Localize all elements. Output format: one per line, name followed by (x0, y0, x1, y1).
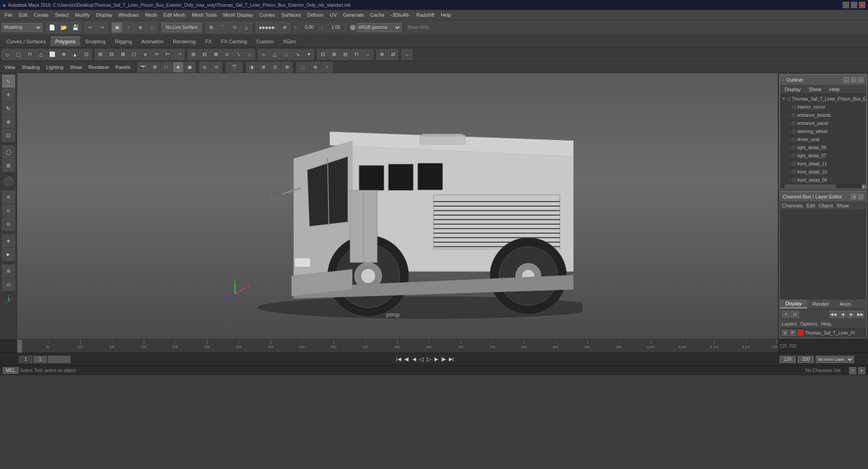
menu-uv[interactable]: UV (327, 11, 339, 18)
menu-curves[interactable]: Curves (257, 11, 278, 18)
transfer-attr-btn[interactable]: ⇄ (388, 49, 398, 60)
cb-menu-channels[interactable]: Channels (782, 203, 803, 208)
menu-cache[interactable]: Cache (367, 11, 387, 18)
torus-btn[interactable]: ⊕ (58, 49, 69, 60)
reduce-btn[interactable]: ↘ (292, 49, 303, 60)
snap-surface-btn[interactable]: △ (241, 22, 252, 33)
new-file-btn[interactable]: 📄 (46, 22, 57, 33)
menu-generate[interactable]: Generate (340, 11, 366, 18)
paint-select-btn[interactable]: ⊕ (135, 22, 146, 33)
close-btn[interactable]: × (859, 2, 865, 8)
frame-range-bar[interactable] (48, 356, 70, 363)
outliner-close-btn[interactable]: × (858, 77, 863, 83)
frame-sel-btn[interactable]: ⊞ (282, 62, 292, 73)
outliner-item-root[interactable]: ▼ ⬡ Thomas_Saf_T_Liner_Prison_Bus_E (780, 95, 866, 103)
select-tool[interactable]: ↖ (2, 75, 15, 87)
snap-point-btn[interactable]: ⊙ (229, 22, 240, 33)
bevel-btn[interactable]: ⬡ (129, 49, 139, 60)
wireframe-btn[interactable]: □ (161, 62, 172, 73)
hypershade-btn[interactable]: ◈ (2, 234, 15, 247)
tab-rendering[interactable]: Rendering (168, 37, 200, 46)
no-live-btn[interactable]: No Live Surface (162, 23, 202, 32)
combine-btn[interactable]: ⊞ (188, 49, 199, 60)
cleanup-btn[interactable]: ✦ (303, 49, 314, 60)
next-key-btn[interactable]: |▶ (440, 356, 447, 362)
menu-deform[interactable]: Deform (305, 11, 326, 18)
lasso-select-btn[interactable]: ○ (123, 22, 134, 33)
tab-fx[interactable]: FX (201, 37, 216, 46)
cb-menu-show[interactable]: Show (836, 203, 849, 208)
frame-start-input[interactable] (19, 356, 32, 363)
mirror-btn[interactable]: ⊠ (210, 49, 221, 60)
channel-box-btn[interactable]: ⊡ (2, 204, 15, 217)
outliner-item-6[interactable]: ▸ ⬡ light_detail_07 (780, 152, 866, 160)
tab-animation[interactable]: Animation (137, 37, 168, 46)
frame-all-btn[interactable]: ⊡ (270, 62, 281, 73)
prev-frame-btn[interactable]: ◀ (411, 356, 417, 362)
cube-btn[interactable]: □ (13, 49, 24, 60)
smooth-shade-btn[interactable]: ■ (173, 62, 184, 73)
menu-radshift[interactable]: Radshift (414, 11, 437, 18)
offset-edge-btn[interactable]: ⊣ (174, 49, 185, 60)
menu-3dtoall[interactable]: -3DtoAll- (388, 11, 413, 18)
viewport[interactable]: persp X Y Z (17, 73, 778, 339)
outliner-hscroll-right[interactable]: ▶ (862, 184, 866, 189)
insert-edge-btn[interactable]: ⊢ (162, 49, 173, 60)
layer-back-btn[interactable]: ◀◀ (829, 311, 837, 318)
layer-manager-btn[interactable]: ⊞ (2, 191, 15, 203)
layer-entry-0[interactable]: V P Thomas_Saf_T_Liner_Pr (782, 330, 864, 336)
select-mode-btn[interactable]: ▣ (111, 22, 122, 33)
gamma-select[interactable]: sRGB gamma (356, 23, 402, 32)
sphere-btn[interactable]: ○ (2, 49, 13, 60)
layers-help-menu-item[interactable]: Help (821, 321, 831, 326)
triangulate-btn[interactable]: △ (269, 49, 280, 60)
next-frame-btn[interactable]: ▶ (434, 356, 439, 362)
isolate-btn[interactable]: ◑ (246, 62, 257, 73)
layer-new-btn[interactable]: + (782, 311, 790, 318)
flat-shade-btn[interactable]: ▣ (185, 62, 195, 73)
layer-empty-btn[interactable]: ⊡ (791, 311, 799, 318)
render-settings-btn[interactable]: ▶▶▶▶▶ (256, 22, 278, 33)
show-menu[interactable]: Show (67, 64, 85, 71)
pipe-btn[interactable]: ⊡ (81, 49, 92, 60)
boolean-diff-btn[interactable]: ∖ (233, 49, 244, 60)
uv-map-btn[interactable]: ⊞ (328, 49, 339, 60)
layer-prev-btn[interactable]: ◀ (838, 311, 846, 318)
boolean-union-btn[interactable]: ∪ (222, 49, 232, 60)
scale-tool[interactable]: ⊕ (2, 115, 15, 128)
move-tool[interactable]: ✛ (2, 88, 15, 101)
tab-polygons[interactable]: Polygons (51, 37, 80, 46)
soft-mod-tool[interactable]: ◯ (2, 146, 15, 158)
outliner-menu-display[interactable]: Display (782, 86, 803, 93)
menu-select[interactable]: Select (52, 11, 72, 18)
play-back-btn[interactable]: ◁ (418, 356, 425, 363)
layer-v-toggle[interactable]: V (782, 330, 788, 336)
coord-y-input[interactable] (326, 24, 346, 31)
show-manipulator-tool[interactable]: ⊞ (2, 159, 15, 172)
paint-attr-btn[interactable]: ⊕ (376, 49, 387, 60)
render-preview-btn[interactable]: ▶ (2, 248, 15, 261)
outliner-hscroll[interactable]: ▶ (780, 184, 866, 189)
menu-display[interactable]: Display (93, 11, 115, 18)
outliner-hscroll-thumb[interactable] (785, 184, 836, 188)
go-start-btn[interactable]: |◀ (395, 356, 402, 362)
minimize-btn[interactable]: – (843, 2, 849, 8)
outliner-item-9[interactable]: ▸ ⬡ front_detail_09 (780, 176, 866, 184)
smooth-btn[interactable]: ≈ (258, 49, 269, 60)
outliner-item-8[interactable]: ▸ ⬡ front_detail_10 (780, 168, 866, 176)
prism-btn[interactable]: ▲ (69, 49, 80, 60)
menu-mesh-display[interactable]: Mesh Display (221, 11, 256, 18)
tab-custom[interactable]: Custom (252, 37, 278, 46)
uv-editor-btn[interactable]: ⊡ (317, 49, 328, 60)
render-layers-btn[interactable]: ⊡ (2, 278, 15, 291)
menu-edit-mesh[interactable]: Edit Mesh (161, 11, 188, 18)
boolean-inter-btn[interactable]: ∩ (244, 49, 255, 60)
tab-curves-surfaces[interactable]: Curves / Surfaces (2, 37, 50, 46)
outliner-item-7[interactable]: ▸ ⬡ front_detail_11 (780, 160, 866, 168)
range-start-input[interactable] (780, 356, 796, 363)
lighting-menu[interactable]: Lighting (43, 64, 66, 71)
toggle-xray-btn[interactable]: ◎ (199, 62, 210, 73)
render-tab[interactable]: Render (807, 299, 834, 308)
outliner-item-2[interactable]: ▸ ⬡ entrance_panel (780, 119, 866, 127)
outliner-max-btn[interactable]: □ (851, 77, 856, 83)
